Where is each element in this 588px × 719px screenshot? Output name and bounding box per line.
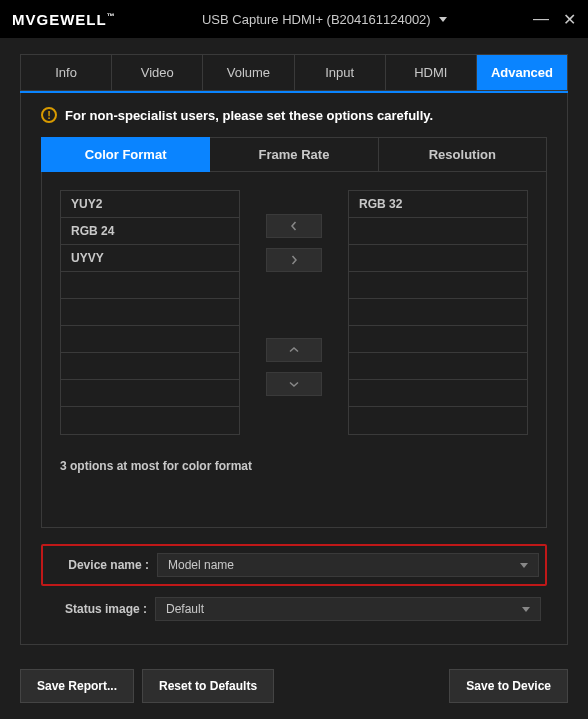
status-image-row: Status image : Default: [41, 590, 547, 628]
tab-advanced[interactable]: Advanced: [477, 55, 567, 90]
list-item[interactable]: [61, 407, 239, 434]
save-to-device-button[interactable]: Save to Device: [449, 669, 568, 703]
device-name-label: Device name :: [49, 558, 149, 572]
list-item[interactable]: [349, 218, 527, 245]
subtab-color-format[interactable]: Color Format: [41, 137, 210, 172]
warning-row: ! For non-specialist users, please set t…: [41, 107, 547, 123]
move-right-button[interactable]: [266, 248, 322, 272]
move-up-button[interactable]: [266, 338, 322, 362]
list-item[interactable]: [349, 326, 527, 353]
warning-text: For non-specialist users, please set the…: [65, 108, 433, 123]
status-image-select[interactable]: Default: [155, 597, 541, 621]
main-tabs: Info Video Volume Input HDMI Advanced: [20, 54, 568, 91]
list-item[interactable]: [61, 326, 239, 353]
warning-icon: !: [41, 107, 57, 123]
list-item[interactable]: [61, 299, 239, 326]
list-item[interactable]: YUY2: [61, 191, 239, 218]
hint-text: 3 options at most for color format: [60, 459, 528, 473]
caret-down-icon: [439, 17, 447, 22]
device-selector[interactable]: USB Capture HDMI+ (B204161124002): [202, 12, 447, 27]
subtab-resolution[interactable]: Resolution: [379, 137, 547, 172]
reset-defaults-button[interactable]: Reset to Defaults: [142, 669, 274, 703]
available-list[interactable]: YUY2 RGB 24 UYVY: [60, 190, 240, 435]
list-item[interactable]: [61, 353, 239, 380]
transfer-buttons: [258, 190, 330, 435]
app-window: MVGEWELL™ USB Capture HDMI+ (B2041611240…: [0, 0, 588, 719]
tab-input[interactable]: Input: [295, 55, 386, 90]
brand-logo: MVGEWELL™: [12, 11, 116, 28]
subtab-frame-rate[interactable]: Frame Rate: [210, 137, 378, 172]
caret-down-icon: [520, 563, 528, 568]
tab-video[interactable]: Video: [112, 55, 203, 90]
status-image-label: Status image :: [47, 602, 147, 616]
list-item[interactable]: [349, 245, 527, 272]
advanced-panel: ! For non-specialist users, please set t…: [20, 93, 568, 645]
list-item[interactable]: [61, 272, 239, 299]
list-item[interactable]: RGB 24: [61, 218, 239, 245]
list-item[interactable]: RGB 32: [349, 191, 527, 218]
list-row: YUY2 RGB 24 UYVY: [60, 190, 528, 435]
sub-tabs: Color Format Frame Rate Resolution: [41, 137, 547, 172]
save-report-button[interactable]: Save Report...: [20, 669, 134, 703]
status-image-value: Default: [166, 602, 204, 616]
tab-info[interactable]: Info: [21, 55, 112, 90]
device-name-text: USB Capture HDMI+ (B204161124002): [202, 12, 431, 27]
list-item[interactable]: [349, 299, 527, 326]
footer: Save Report... Reset to Defaults Save to…: [0, 657, 588, 719]
move-down-button[interactable]: [266, 372, 322, 396]
list-item[interactable]: [349, 353, 527, 380]
chevron-up-icon: [289, 345, 299, 355]
selected-list[interactable]: RGB 32: [348, 190, 528, 435]
chevron-down-icon: [289, 379, 299, 389]
move-left-button[interactable]: [266, 214, 322, 238]
titlebar: MVGEWELL™ USB Capture HDMI+ (B2041611240…: [0, 0, 588, 38]
list-item[interactable]: [349, 272, 527, 299]
device-name-value: Model name: [168, 558, 234, 572]
window-controls: — ✕: [533, 10, 576, 29]
tab-volume[interactable]: Volume: [203, 55, 294, 90]
minimize-button[interactable]: —: [533, 10, 549, 29]
device-name-select[interactable]: Model name: [157, 553, 539, 577]
list-item[interactable]: [61, 380, 239, 407]
tab-hdmi[interactable]: HDMI: [386, 55, 477, 90]
list-item[interactable]: [349, 380, 527, 407]
list-item[interactable]: UYVY: [61, 245, 239, 272]
content-area: Info Video Volume Input HDMI Advanced ! …: [0, 38, 588, 657]
close-button[interactable]: ✕: [563, 10, 576, 29]
list-transfer-area: YUY2 RGB 24 UYVY: [41, 172, 547, 528]
list-item[interactable]: [349, 407, 527, 434]
chevron-right-icon: [289, 255, 299, 265]
chevron-left-icon: [289, 221, 299, 231]
caret-down-icon: [522, 607, 530, 612]
device-name-row: Device name : Model name: [41, 544, 547, 586]
